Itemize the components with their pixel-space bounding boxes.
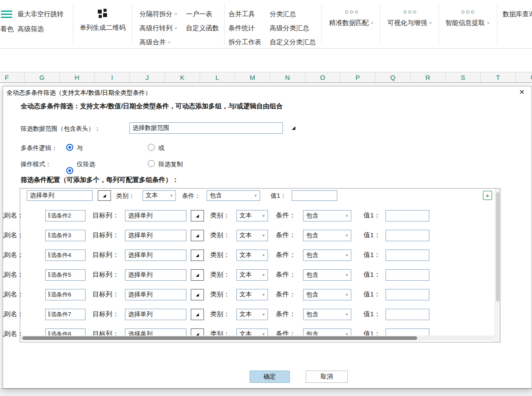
condition-select-value: 包含 xyxy=(306,212,318,220)
column-header[interactable]: G xyxy=(25,72,60,83)
ribbon-button-one-form[interactable]: 一户一表 xyxy=(186,10,212,18)
rule-name-input[interactable] xyxy=(45,309,86,320)
qr-code-icon xyxy=(97,8,108,19)
condition-select[interactable]: 包含 ∨ xyxy=(303,269,351,281)
column-header[interactable]: P xyxy=(340,72,375,83)
condition-label: 条件： xyxy=(276,211,296,220)
type-select[interactable]: 文本 ∨ xyxy=(236,230,268,241)
column-header[interactable]: K xyxy=(165,72,200,83)
value1-input[interactable] xyxy=(292,190,337,201)
column-picker-button[interactable]: ◢ xyxy=(191,289,204,300)
add-condition-button[interactable]: + xyxy=(483,191,492,200)
type-select[interactable]: 文本 ∨ xyxy=(236,309,268,320)
condition-select[interactable]: 包含 ∨ xyxy=(303,250,351,261)
ribbon-button-advanced-classify-sum[interactable]: 高级分类汇总 xyxy=(270,24,309,32)
ellipsis-icon xyxy=(345,11,358,14)
ribbon-button-visual-enhance[interactable]: 可视化与增强 ˅ xyxy=(383,11,436,27)
column-picker-button[interactable]: ◢ xyxy=(191,269,204,281)
column-header[interactable]: S xyxy=(446,72,481,83)
target-column-input[interactable] xyxy=(27,190,93,201)
ribbon-button-max-jump[interactable]: 最大非空行跳转 xyxy=(18,10,64,18)
ribbon-button-precise-match[interactable]: 精准数据匹配 ˅ xyxy=(325,11,377,27)
range-picker-button[interactable]: ◢ xyxy=(292,125,295,131)
column-header[interactable]: Q xyxy=(375,72,411,83)
ribbon-button-advanced-merge[interactable]: 高级合并 ˅ xyxy=(139,38,171,46)
vertical-scrollbar[interactable] xyxy=(495,189,500,342)
ribbon-button-custom-classify-sum[interactable]: 自定义分类汇总 xyxy=(270,38,316,46)
condition-select[interactable]: 包含 ∨ xyxy=(303,309,351,320)
ribbon-button-advanced-filter[interactable]: 高级筛选 xyxy=(18,25,44,33)
value1-input[interactable] xyxy=(386,289,429,300)
menu-icon[interactable] xyxy=(1,11,12,18)
ribbon-button-custom-function[interactable]: 自定义函数 xyxy=(186,24,219,32)
column-header[interactable]: H xyxy=(60,72,95,83)
ribbon-button-row-color[interactable]: 行着色 xyxy=(0,25,14,33)
type-select[interactable]: 文本 ∨ xyxy=(236,289,268,300)
type-select[interactable]: 文本 ∨ xyxy=(236,269,268,281)
ribbon-button-row-to-column[interactable]: 高级行转列 ˅ xyxy=(139,24,177,32)
rule-name-input[interactable] xyxy=(45,250,86,261)
target-column-input[interactable] xyxy=(125,269,186,281)
ribbon-separator xyxy=(132,4,132,45)
rule-name-input[interactable] xyxy=(45,230,86,241)
radio-mode-filter-only[interactable] xyxy=(66,167,73,174)
ribbon-button-db-query[interactable]: 数据库查询 xyxy=(503,10,532,18)
target-column-input[interactable] xyxy=(125,309,186,320)
column-picker-button[interactable]: ◢ xyxy=(98,190,111,201)
ribbon-button-smart-extract[interactable]: 智能信息提取 ˅ xyxy=(441,11,494,27)
type-select[interactable]: 文本 ∨ xyxy=(236,250,268,261)
ribbon-button-split-worksheet[interactable]: 拆分工作表 xyxy=(229,38,261,46)
column-header[interactable]: I xyxy=(95,72,130,83)
target-column-input[interactable] xyxy=(125,250,186,261)
rule-name-input[interactable] xyxy=(45,210,86,221)
type-select[interactable]: 文本 ∨ xyxy=(236,210,268,221)
type-select-value: 文本 xyxy=(239,310,252,318)
condition-select[interactable]: 包含 ∨ xyxy=(303,289,351,300)
radio-logic-and[interactable] xyxy=(66,144,73,151)
condition-select[interactable]: 包含 ∨ xyxy=(207,190,260,201)
close-button[interactable]: ✕ xyxy=(516,87,528,97)
value1-input[interactable] xyxy=(386,230,429,241)
column-header[interactable]: F xyxy=(0,72,25,83)
column-picker-button[interactable]: ◢ xyxy=(191,309,204,320)
vertical-scrollbar-thumb[interactable] xyxy=(496,192,500,302)
target-column-input[interactable] xyxy=(125,210,186,221)
column-header[interactable]: T xyxy=(481,72,516,83)
target-column-input[interactable] xyxy=(125,289,186,300)
ribbon-button-classify-sum[interactable]: 分类汇总 xyxy=(270,10,296,18)
column-picker-button[interactable]: ◢ xyxy=(191,250,204,261)
ribbon-button-split-delimiter[interactable]: 分隔符拆分 ˅ xyxy=(139,10,177,18)
dialog-title: 全动态多条件筛选（支持文本/数值/日期全类型条件） xyxy=(7,89,151,97)
cancel-button[interactable]: 取消 xyxy=(306,371,348,383)
value1-input[interactable] xyxy=(386,250,429,261)
column-picker-button[interactable]: ◢ xyxy=(191,210,204,221)
type-select[interactable]: 文本 ∨ xyxy=(143,190,176,201)
rule-name-input[interactable] xyxy=(45,269,86,281)
range-input[interactable] xyxy=(129,122,283,134)
value1-input[interactable] xyxy=(386,210,429,221)
target-column-input[interactable] xyxy=(125,230,186,241)
ribbon-button-qr-code[interactable]: 单列生成二维码 xyxy=(76,8,129,32)
value1-label: 值1： xyxy=(364,310,380,318)
column-header[interactable]: J xyxy=(130,72,165,83)
column-header[interactable]: M xyxy=(235,72,270,83)
horizontal-scrollbar-thumb[interactable] xyxy=(22,336,417,340)
condition-row: 规则名： 目标列： ◢ 类别： 文本 ∨ 条件： 包含 ∨ 值1： xyxy=(3,269,503,281)
column-header[interactable]: N xyxy=(270,72,305,83)
column-header[interactable]: U xyxy=(516,72,532,83)
value1-input[interactable] xyxy=(386,309,429,320)
horizontal-scrollbar[interactable] xyxy=(21,335,494,341)
ribbon-button-condition-stat[interactable]: 条件统计 xyxy=(229,24,255,32)
condition-select[interactable]: 包含 ∨ xyxy=(303,230,351,241)
condition-select[interactable]: 包含 ∨ xyxy=(303,210,351,221)
value1-input[interactable] xyxy=(386,269,429,281)
ribbon-button-merge-tool[interactable]: 合并工具 xyxy=(229,10,255,18)
column-header[interactable]: L xyxy=(200,72,235,83)
ok-button[interactable]: 确定 xyxy=(250,371,290,383)
radio-mode-filter-copy[interactable] xyxy=(148,160,155,167)
column-header[interactable]: R xyxy=(411,72,446,83)
rule-name-input[interactable] xyxy=(45,289,86,300)
radio-logic-or[interactable] xyxy=(148,144,155,151)
column-picker-button[interactable]: ◢ xyxy=(191,230,204,241)
column-header[interactable]: O xyxy=(305,72,340,83)
